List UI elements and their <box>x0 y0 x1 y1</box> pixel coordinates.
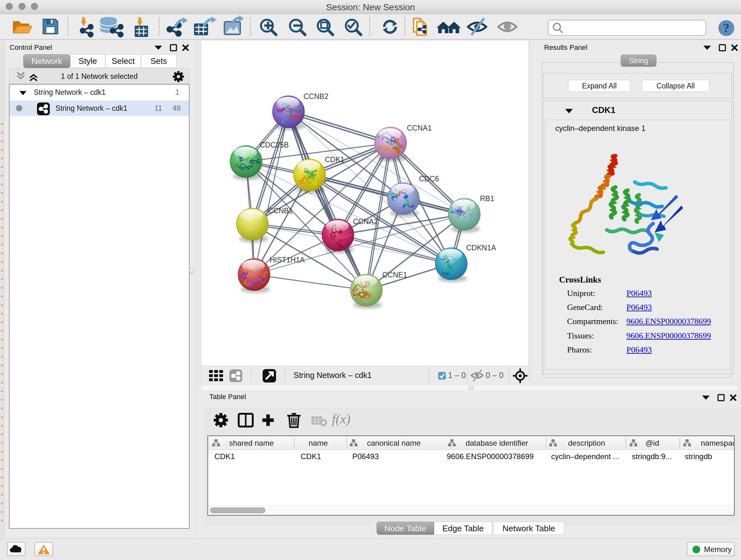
svg-text:CDC6: CDC6 <box>419 175 439 183</box>
svg-text:RB1: RB1 <box>480 194 494 203</box>
svg-text:CCNA1: CCNA1 <box>407 124 432 132</box>
svg-text:CCNB2: CCNB2 <box>304 92 328 101</box>
svg-text:CCNE1: CCNE1 <box>382 271 407 279</box>
svg-text:database identifier: database identifier <box>466 439 528 447</box>
svg-text:shared name: shared name <box>229 439 274 447</box>
svg-text:CDC25B: CDC25B <box>260 141 289 149</box>
svg-text:name: name <box>309 439 328 447</box>
svg-text:CDKN1A: CDKN1A <box>466 244 496 252</box>
svg-text:CCNB1: CCNB1 <box>268 206 293 215</box>
svg-text:namespace: namespace <box>701 439 734 447</box>
svg-text:HIST1H1A: HIST1H1A <box>270 256 305 264</box>
svg-text:description: description <box>568 439 605 447</box>
svg-text:?: ? <box>723 21 730 35</box>
svg-text:CDK1: CDK1 <box>325 155 344 164</box>
svg-text:CCNA2: CCNA2 <box>353 217 378 226</box>
svg-text:@id: @id <box>645 439 659 447</box>
svg-text:canonical name: canonical name <box>367 439 421 447</box>
